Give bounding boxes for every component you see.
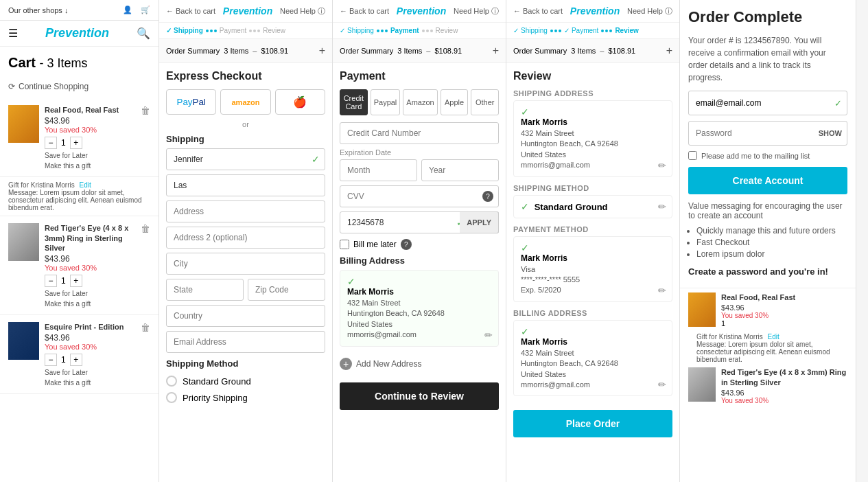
order-summary-bar: Order Summary 3 Items – $108.91 + xyxy=(333,39,506,63)
apple-pay-button[interactable]: 🍎 xyxy=(275,89,325,115)
save-for-later-link[interactable]: Save for Later xyxy=(45,290,135,297)
amazon-tab[interactable]: Amazon xyxy=(403,89,437,115)
item-savings: You saved 30% xyxy=(721,397,847,404)
city-field xyxy=(166,253,325,275)
checkout-topbar: ← Back to cart Prevention Need Help ⓘ xyxy=(159,0,332,23)
save-for-later-link[interactable]: Save for Later xyxy=(45,152,135,159)
place-order-button[interactable]: Place Order xyxy=(513,410,672,437)
continue-to-review-button[interactable]: Continue to Review xyxy=(340,382,499,410)
increase-qty-button[interactable]: + xyxy=(70,275,82,287)
need-help-link[interactable]: Need Help ⓘ xyxy=(627,6,672,16)
paypal-tab[interactable]: Paypal xyxy=(371,89,401,115)
billing-street: 432 Main Street xyxy=(521,348,665,358)
standard-ground-radio[interactable] xyxy=(166,376,177,387)
city-input[interactable] xyxy=(166,253,325,275)
back-to-cart-link[interactable]: ← Back to cart xyxy=(513,7,563,15)
cart-icon[interactable]: 🛒 xyxy=(141,5,150,14)
other-shops-link[interactable]: Our other shops ↓ xyxy=(8,6,68,14)
cart-item: Red Tiger's Eye (4 x 8 x 3mm) Ring in St… xyxy=(0,216,159,315)
paypal-button[interactable]: PayPal xyxy=(166,89,216,115)
decrease-qty-button[interactable]: − xyxy=(45,354,57,366)
payment-name: Mark Morris xyxy=(521,253,665,263)
cart-title: Cart - 3 Items xyxy=(0,47,159,79)
item-qty: 1 xyxy=(721,319,795,328)
credit-card-tab[interactable]: Credit Card xyxy=(340,89,368,115)
other-tab[interactable]: Other xyxy=(471,89,499,115)
edit-billing-button[interactable]: ✏ xyxy=(658,379,666,390)
create-account-button[interactable]: Create Account xyxy=(688,167,847,194)
add-address-button[interactable]: + Add New Address xyxy=(340,352,499,376)
address2-input[interactable] xyxy=(166,227,325,249)
item-savings: You saved 30% xyxy=(45,126,135,134)
year-input[interactable] xyxy=(421,159,499,181)
back-to-cart-link[interactable]: ← Back to cart xyxy=(166,7,215,15)
menu-icon[interactable]: ☰ xyxy=(8,27,18,40)
decrease-qty-button[interactable]: − xyxy=(45,275,57,287)
amazon-pay-button[interactable]: amazon xyxy=(220,89,270,115)
show-password-button[interactable]: SHOW xyxy=(819,129,842,137)
need-help-link[interactable]: Need Help ⓘ xyxy=(280,6,325,16)
decrease-qty-button[interactable]: − xyxy=(45,137,57,149)
bill-help-button[interactable]: ? xyxy=(401,239,412,250)
billing-street: 432 Main Street xyxy=(347,298,491,308)
item-name: Red Tiger's Eye (4 x 8 x 3mm) Ring in St… xyxy=(45,223,135,253)
help-icon: ⓘ xyxy=(665,6,672,16)
edit-shipping-method-button[interactable]: ✏ xyxy=(658,201,666,212)
expand-summary-button[interactable]: + xyxy=(493,45,499,57)
zip-input[interactable] xyxy=(248,279,325,301)
shipping-address-card: ✓ Mark Morris 432 Main Street Huntington… xyxy=(513,100,672,177)
priority-shipping-option[interactable]: Priority Shipping xyxy=(166,389,325,406)
email-input[interactable] xyxy=(688,91,847,115)
edit-shipping-button[interactable]: ✏ xyxy=(658,160,666,171)
item-name: Esquire Print - Edition xyxy=(45,322,135,332)
qty-number: 1 xyxy=(61,138,66,148)
top-bar: Our other shops ↓ 👤 🛒 xyxy=(0,0,159,21)
expand-summary-button[interactable]: + xyxy=(319,45,325,57)
make-gift-link[interactable]: Make this a gift xyxy=(45,300,135,308)
mailing-list-checkbox[interactable] xyxy=(688,151,697,160)
logo: Prevention xyxy=(45,26,109,41)
delete-item-button[interactable]: 🗑 xyxy=(141,322,150,387)
help-icon: ⓘ xyxy=(318,6,325,16)
increase-qty-button[interactable]: + xyxy=(70,137,82,149)
make-gift-link[interactable]: Make this a gift xyxy=(45,162,135,170)
save-for-later-link[interactable]: Save for Later xyxy=(45,369,135,376)
address-check-icon: ✓ xyxy=(521,106,529,117)
month-input[interactable] xyxy=(340,159,417,181)
edit-gift-link[interactable]: Edit xyxy=(767,333,779,341)
country-input[interactable] xyxy=(166,305,325,327)
credit-number-input[interactable] xyxy=(340,122,499,144)
increase-qty-button[interactable]: + xyxy=(70,354,82,366)
cvv-help-button[interactable]: ? xyxy=(482,191,493,202)
payment-method-label: Payment Method xyxy=(513,225,672,233)
create-password-message: Create a password and you're in! xyxy=(680,266,856,284)
make-gift-link[interactable]: Make this a gift xyxy=(45,379,135,387)
checkout-topbar: ← Back to cart Prevention Need Help ⓘ xyxy=(333,0,506,23)
gift-message: Gift for Kristina Morris Edit Message: L… xyxy=(0,177,159,216)
back-to-cart-link[interactable]: ← Back to cart xyxy=(340,7,389,15)
expand-summary-button[interactable]: + xyxy=(666,45,672,57)
edit-payment-button[interactable]: ✏ xyxy=(658,285,666,296)
delete-item-button[interactable]: 🗑 xyxy=(141,105,150,170)
email-input[interactable] xyxy=(166,331,325,353)
state-input[interactable] xyxy=(166,279,244,301)
value-message: Value messaging for encouraging the user… xyxy=(680,201,856,220)
first-name-input[interactable] xyxy=(166,148,325,170)
cvv-input[interactable] xyxy=(340,185,499,207)
user-icon[interactable]: 👤 xyxy=(123,5,132,14)
order-summary-bar: Order Summary 3 Items – $108.91 + xyxy=(506,39,679,63)
last-name-input[interactable] xyxy=(166,174,325,196)
need-help-link[interactable]: Need Help ⓘ xyxy=(454,6,499,16)
payment-content: Payment Credit Card Paypal Amazon Apple … xyxy=(333,63,506,417)
apply-discount-button[interactable]: APPLY xyxy=(460,211,499,233)
address-input[interactable] xyxy=(166,200,325,222)
edit-address-button[interactable]: ✏ xyxy=(484,330,493,341)
bill-later-checkbox[interactable] xyxy=(340,240,349,249)
delete-item-button[interactable]: 🗑 xyxy=(141,223,150,308)
search-icon[interactable]: 🔍 xyxy=(137,27,150,40)
edit-gift-link[interactable]: Edit xyxy=(79,181,91,189)
priority-shipping-radio[interactable] xyxy=(166,392,177,403)
standard-ground-option[interactable]: Standard Ground xyxy=(166,373,325,389)
continue-shopping-link[interactable]: ⟳ Continue Shopping xyxy=(0,79,159,98)
apple-tab[interactable]: Apple xyxy=(441,89,469,115)
